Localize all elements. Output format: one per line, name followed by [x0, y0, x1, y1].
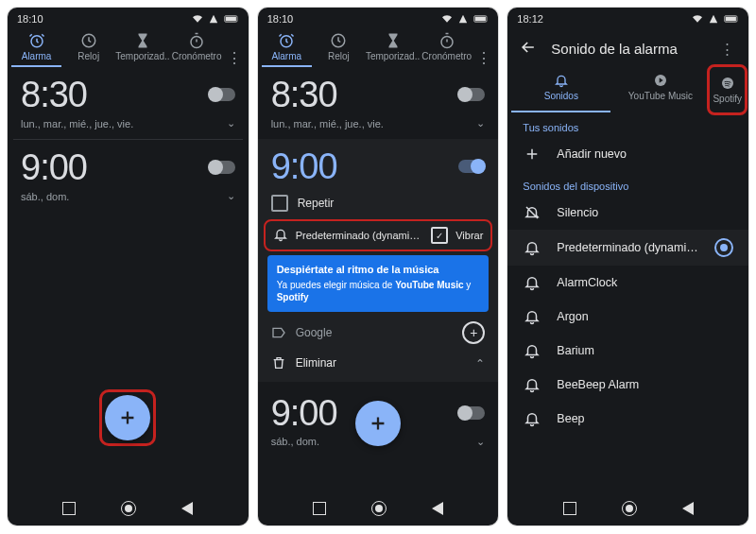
nav-recent-icon[interactable] [62, 502, 76, 515]
sound-name: Predeterminado (dynamic_alarm... [557, 241, 699, 254]
nav-home-icon[interactable] [121, 501, 136, 516]
tooltip-body: Ya puedes elegir música de YouTube Music… [277, 279, 480, 304]
bell-icon [523, 308, 541, 325]
nav-recent-icon[interactable] [563, 502, 576, 515]
alarm-row-collapsed[interactable]: 8:30 [258, 67, 499, 117]
sound-name: BeeBeep Alarm [557, 378, 639, 391]
nav-home-icon[interactable] [622, 501, 637, 516]
android-nav-bar [507, 491, 748, 525]
status-bar: 18:12 [507, 8, 748, 30]
tab-clock[interactable]: Reloj [63, 30, 113, 67]
nav-back-icon[interactable] [432, 502, 443, 515]
svg-rect-6 [475, 17, 486, 21]
repeat-checkbox[interactable] [271, 195, 288, 212]
highlight-sound-row: Predeterminado (dynamic_alar.. Vibrar [264, 219, 493, 251]
alarm-sound-button[interactable]: Predeterminado (dynamic_alar.. [296, 230, 424, 241]
back-icon[interactable] [519, 38, 538, 60]
vibrate-checkbox[interactable] [431, 227, 448, 244]
sound-name: Beep [557, 412, 584, 425]
repeat-row[interactable]: Repetir [258, 189, 499, 217]
tab-clock-label: Reloj [328, 51, 350, 61]
tab-timer[interactable]: Temporizad.. [366, 30, 420, 67]
alarm-time[interactable]: 9:00 [271, 146, 337, 187]
tab-youtube-music[interactable]: YouTube Music [610, 67, 710, 112]
sound-item[interactable]: Barium [507, 334, 748, 368]
repeat-label: Repetir [298, 197, 335, 210]
chevron-up-icon[interactable]: ⌄ [475, 356, 485, 370]
status-icons [192, 14, 239, 24]
sound-item[interactable]: Beep [507, 402, 748, 436]
svg-rect-11 [726, 17, 736, 21]
alarm-toggle[interactable] [458, 88, 485, 101]
tab-alarm[interactable]: Alarma [262, 30, 312, 67]
sound-name: Silencio [557, 206, 598, 219]
sound-name: Barium [557, 344, 594, 357]
sound-item[interactable]: Argon [507, 300, 748, 334]
add-alarm-fab[interactable] [105, 395, 150, 440]
alarm-days: sáb., dom. [21, 191, 69, 202]
add-new-sound[interactable]: Añadir nuevo [507, 137, 748, 171]
alarm-days-row[interactable]: lun., mar., mié., jue., vie. ⌄ [258, 117, 499, 139]
tab-alarm-label: Alarma [22, 51, 52, 61]
chevron-down-icon: ⌄ [227, 190, 235, 202]
delete-button[interactable]: Eliminar [271, 355, 336, 370]
add-alarm-fab[interactable] [355, 401, 401, 446]
bell-icon [523, 410, 541, 427]
overflow-menu-icon[interactable]: ⋮ [716, 41, 737, 58]
sound-name: Argon [557, 310, 588, 323]
bell-icon [523, 342, 541, 359]
selected-indicator-icon [714, 238, 733, 257]
tab-spotify-label: Spotify [713, 94, 742, 104]
status-bar: 18:10 [8, 8, 249, 30]
tab-clock[interactable]: Reloj [314, 30, 364, 67]
tab-spotify[interactable]: Spotify [713, 70, 742, 110]
bell-icon [523, 239, 541, 256]
alarm-days-row[interactable]: sáb., dom. ⌄ [8, 190, 249, 212]
nav-back-icon[interactable] [181, 502, 193, 515]
overflow-menu-icon[interactable]: ⋮ [224, 49, 245, 67]
alarm-toggle[interactable] [209, 88, 235, 101]
sound-name: AlarmClock [557, 276, 617, 289]
alarm-days: lun., mar., mié., jue., vie. [271, 118, 384, 129]
alarm-list: 8:30 lun., mar., mié., jue., vie. ⌄ 9:00… [8, 67, 249, 491]
alarm-toggle[interactable] [209, 161, 235, 174]
alarm-row-1[interactable]: 8:30 [8, 67, 249, 117]
alarm-row-2[interactable]: 9:00 [8, 140, 249, 190]
your-sounds-label: Tus sonidos [507, 112, 748, 137]
alarm-days-row[interactable]: lun., mar., mié., jue., vie. ⌄ [8, 117, 249, 139]
tab-stopwatch-label: Cronómetro [421, 51, 472, 61]
page-title: Sonido de la alarma [551, 41, 703, 57]
phone-screen-2: 18:10 Alarma Reloj Temporizad.. Cronómet… [258, 8, 499, 525]
sound-source-tabs: Sonidos YouTube Music Spotify [507, 67, 748, 112]
tab-stopwatch[interactable]: Cronómetro [172, 30, 222, 67]
alarm-toggle[interactable] [458, 160, 485, 173]
tab-alarm[interactable]: Alarma [11, 30, 61, 67]
vibrate-label: Vibrar [455, 230, 483, 241]
alarm-days: lun., mar., mié., jue., vie. [21, 118, 133, 129]
nav-back-icon[interactable] [682, 502, 694, 515]
sound-list: Tus sonidos Añadir nuevo Sonidos del dis… [507, 112, 748, 491]
tab-stopwatch[interactable]: Cronómetro [421, 30, 472, 67]
sound-item-default[interactable]: Predeterminado (dynamic_alarm... [507, 230, 748, 266]
nav-recent-icon[interactable] [313, 502, 326, 515]
sound-item-silence[interactable]: Silencio [507, 196, 748, 230]
chevron-down-icon: ⌄ [227, 117, 235, 129]
tab-timer[interactable]: Temporizad.. [115, 30, 169, 67]
overflow-menu-icon[interactable]: ⋮ [473, 49, 494, 67]
android-nav-bar [8, 491, 249, 525]
delete-collapse-row: Eliminar ⌄ [258, 350, 499, 376]
label-row[interactable]: Google + [258, 316, 499, 350]
add-label-icon[interactable]: + [462, 321, 485, 344]
tab-alarm-label: Alarma [271, 51, 301, 61]
label-text: Google [296, 326, 333, 339]
sound-item[interactable]: AlarmClock [507, 266, 748, 300]
highlight-spotify-tab: Spotify [707, 64, 747, 115]
tab-sounds[interactable]: Sonidos [511, 67, 610, 112]
phone-screen-1: 18:10 Alarma Reloj Temporizad.. Cronómet… [8, 8, 249, 525]
highlight-fab [99, 389, 156, 446]
sound-item[interactable]: BeeBeep Alarm [507, 368, 748, 402]
nav-home-icon[interactable] [371, 501, 387, 516]
add-new-label: Añadir nuevo [557, 147, 627, 161]
tab-sounds-label: Sonidos [544, 91, 578, 101]
delete-label: Eliminar [296, 356, 336, 370]
